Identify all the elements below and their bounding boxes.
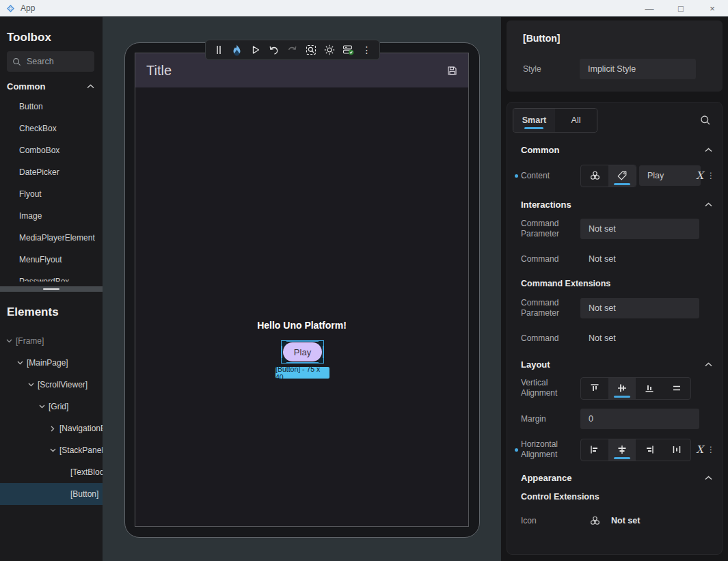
tab-smart[interactable]: Smart (513, 109, 555, 132)
toolbox-item-image[interactable]: Image (0, 205, 103, 227)
tree-item-grid[interactable]: [Grid] (0, 396, 103, 418)
align-bottom-icon[interactable] (636, 378, 663, 399)
canvas-play-button[interactable]: Play (283, 342, 322, 361)
save-icon[interactable] (447, 66, 457, 76)
hot-reload-flame-icon[interactable] (230, 42, 243, 57)
properties-search-icon[interactable] (700, 115, 711, 126)
chevron-down-icon[interactable] (16, 359, 23, 366)
toolbar-grip-icon[interactable] (212, 42, 225, 57)
resource-binding-icon[interactable] (581, 165, 608, 187)
chevron-down-icon[interactable] (38, 403, 45, 410)
tree-item-label: [Grid] (49, 402, 68, 411)
close-button[interactable]: × (697, 0, 728, 16)
tree-item-scrollviewer[interactable]: [ScrollViewer] (0, 374, 103, 396)
toolbox-item-datepicker[interactable]: DatePicker (0, 161, 103, 183)
common-section-label: Common (7, 81, 45, 92)
section-layout[interactable]: Layout (521, 354, 712, 374)
binding-expression-icon[interactable]: X (696, 169, 703, 182)
chevron-down-icon[interactable] (27, 381, 34, 388)
toolbox-section-common[interactable]: Common (0, 72, 103, 96)
section-common[interactable]: Common (521, 139, 712, 160)
chevron-down-icon[interactable] (5, 338, 12, 344)
modified-indicator-dot (515, 448, 518, 452)
align-right-icon[interactable] (636, 439, 663, 461)
device-screen[interactable]: Title Hello Uno Platform! (135, 53, 469, 527)
connection-status-icon[interactable] (342, 42, 355, 57)
designer-toolbar: ⋮ (205, 40, 380, 60)
binding-expression-icon[interactable]: X (696, 443, 703, 456)
literal-value-tag-icon[interactable] (608, 165, 636, 187)
ext-command-value[interactable]: Not set (589, 333, 616, 343)
play-icon[interactable] (249, 42, 262, 57)
tree-item-textblock[interactable]: [TextBloc (0, 461, 103, 483)
section-interactions[interactable]: Interactions (521, 194, 712, 215)
selection-handle[interactable] (319, 358, 323, 363)
sidebar-splitter[interactable] (0, 286, 103, 292)
resource-binding-icon[interactable] (589, 515, 601, 526)
chevron-up-icon (87, 84, 94, 89)
tree-item-frame[interactable]: [Frame] (0, 330, 103, 352)
tree-item-label: [MainPage] (27, 358, 68, 368)
chevron-up-icon[interactable] (705, 362, 712, 367)
section-appearance[interactable]: Appearance (521, 467, 712, 488)
toolbox-item-checkbox[interactable]: CheckBox (0, 118, 103, 139)
content-value-input[interactable] (639, 165, 701, 186)
device-frame: Title Hello Uno Platform! (124, 42, 480, 538)
chevron-right-icon[interactable] (49, 425, 56, 432)
search-icon (12, 57, 21, 66)
chevron-up-icon[interactable] (705, 148, 712, 152)
tree-item-mainpage[interactable]: [MainPage] (0, 352, 103, 374)
toolbox-item-list: Button CheckBox ComboBox DatePicker Flyo… (0, 96, 103, 282)
vertical-alignment-toggle (580, 377, 691, 400)
tree-item-navigationbar[interactable]: [NavigationB (0, 418, 103, 439)
ext-command-parameter-input[interactable]: Not set (580, 298, 699, 318)
design-canvas[interactable]: ⋮ Title Hello Uno Platform! (103, 17, 501, 561)
tree-item-label: [TextBloc (70, 467, 103, 477)
stretch-horizontal-icon[interactable] (663, 439, 690, 461)
command-value[interactable]: Not set (589, 254, 616, 264)
page-content[interactable]: Hello Uno Platform! Play [Button] - 75 x… (135, 87, 468, 527)
icon-value[interactable]: Not set (611, 516, 640, 525)
chevron-down-icon[interactable] (49, 447, 56, 454)
toolbox-item-flyout[interactable]: Flyout (0, 183, 103, 205)
control-extensions-header: Control Extensions (521, 492, 722, 502)
align-horizontal-center-icon[interactable] (608, 439, 636, 461)
toolbox-item-mediaplayerelement[interactable]: MediaPlayerElement (0, 227, 103, 249)
selected-element-name: [Button] (507, 20, 723, 44)
window-title: App (21, 3, 35, 13)
margin-input[interactable]: 0 (580, 409, 699, 429)
tree-item-label: [NavigationB (59, 424, 103, 433)
theme-toggle-icon[interactable] (323, 42, 336, 57)
toolbox-item-combobox[interactable]: ComboBox (0, 139, 103, 161)
tree-item-button-selected[interactable]: [Button] (0, 483, 103, 505)
toolbox-item-menuflyout[interactable]: MenuFlyout (0, 249, 103, 271)
align-left-icon[interactable] (581, 439, 608, 461)
toolbox-search[interactable] (7, 51, 94, 72)
stretch-vertical-icon[interactable] (663, 378, 690, 399)
search-input[interactable] (27, 57, 81, 66)
align-top-icon[interactable] (581, 378, 608, 399)
align-vertical-center-icon[interactable] (608, 378, 636, 399)
selection-outline[interactable]: Play (281, 340, 324, 364)
property-more-icon[interactable]: ⋮ (707, 445, 715, 454)
minimize-button[interactable]: — (634, 0, 665, 16)
property-more-icon[interactable]: ⋮ (707, 171, 715, 180)
tree-item-stackpanel[interactable]: [StackPanel] (0, 439, 103, 461)
toolbox-item-button[interactable]: Button (0, 96, 103, 118)
style-select[interactable]: Implicit Style (580, 59, 696, 79)
vertical-alignment-row: Vertical Alignment (521, 376, 722, 400)
command-parameter-input[interactable]: Not set (580, 219, 699, 239)
element-inspector-icon[interactable] (305, 42, 318, 57)
tab-all[interactable]: All (555, 109, 597, 132)
toolbox-item-passwordbox[interactable]: PasswordBox (0, 271, 103, 282)
ext-command-row: Command Not set (521, 331, 722, 346)
more-options-icon[interactable]: ⋮ (360, 42, 373, 57)
chevron-up-icon[interactable] (705, 202, 712, 207)
window-controls: — □ × (634, 0, 728, 16)
tree-item-label: [Frame] (16, 336, 44, 346)
redo-icon[interactable] (286, 42, 299, 57)
modified-indicator-dot (515, 174, 518, 178)
undo-icon[interactable] (267, 42, 280, 57)
maximize-button[interactable]: □ (665, 0, 697, 16)
chevron-up-icon[interactable] (705, 476, 712, 480)
